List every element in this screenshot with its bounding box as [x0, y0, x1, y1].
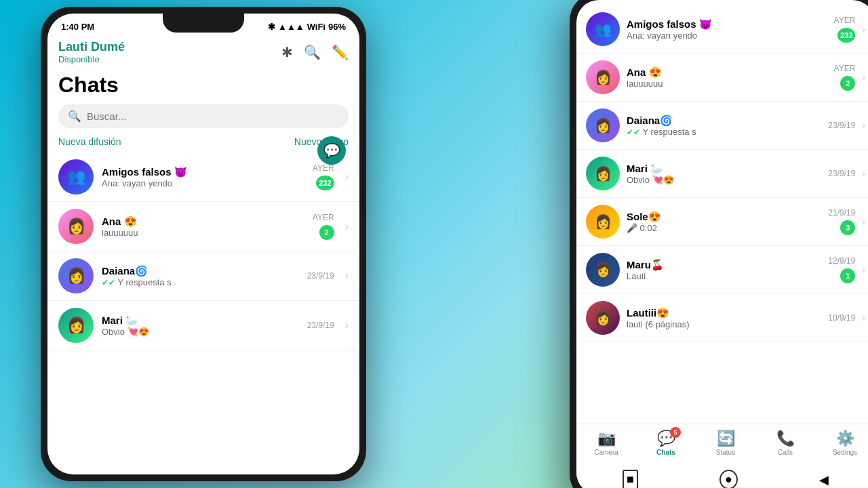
chat-info: Sole😍 🎤 0:02	[627, 211, 821, 233]
chevron-right-icon: ›	[862, 264, 865, 275]
chat-badge: 232	[837, 28, 855, 43]
chat-preview: lauti (6 páginas)	[627, 319, 821, 329]
chat-info: Amigos falsos 😈 Ana: vayan yendo	[102, 166, 304, 188]
list-item[interactable]: 👩 Daiana🌀 ✔✔ Y respuesta s 23/9/19 ›	[47, 251, 359, 301]
avatar: 👩	[586, 301, 620, 335]
chat-info: Daiana🌀 ✔✔ Y respuesta s	[627, 115, 821, 137]
chat-time: 23/9/19	[828, 121, 855, 130]
search-input[interactable]	[87, 110, 339, 122]
square-button[interactable]: ■	[623, 470, 638, 488]
chat-preview: ✔✔ Y respuesta s	[627, 127, 821, 137]
nav-label-settings: Settings	[833, 449, 857, 456]
chevron-right-icon: ›	[862, 24, 865, 35]
list-item[interactable]: 👩 Lautiii😍 lauti (6 páginas) 10/9/19 ›	[576, 294, 868, 342]
chevron-right-icon: ›	[862, 216, 865, 227]
action-row: Nueva difusión Nuevo grupo	[47, 131, 359, 152]
chat-meta: 12/9/19 1	[828, 256, 855, 283]
search-bar[interactable]: 🔍	[58, 104, 349, 128]
avatar: 👩	[586, 108, 620, 142]
circle-button[interactable]: ●	[719, 470, 738, 488]
nav-item-settings[interactable]: ⚙️ Settings	[815, 430, 868, 456]
chat-preview: Obvio 💘😍	[627, 175, 821, 185]
phone-notch	[163, 14, 244, 33]
chat-info: Amigos falsos 😈 Ana: vayan yendo	[627, 18, 827, 41]
chat-time: AYER	[834, 16, 856, 25]
chat-preview: Lauti	[627, 271, 821, 281]
chevron-right-icon: ›	[862, 312, 865, 323]
bluetooth-icon[interactable]: ✱	[281, 44, 293, 60]
chat-name: Amigos falsos 😈	[102, 166, 304, 178]
bottom-nav: 📷 Camera 💬 5 Chats 🔄 Status 📞 Calls ⚙️ S…	[576, 424, 868, 464]
search-bar-icon: 🔍	[68, 110, 81, 123]
android-nav: ■ ● ◀	[576, 464, 868, 488]
chevron-right-icon: ›	[862, 168, 865, 179]
chat-name: Ana 😍	[102, 216, 304, 228]
chat-info: Ana 😍 lauuuuuu	[102, 216, 304, 238]
chat-name: Amigos falsos 😈	[627, 18, 827, 30]
chat-badge: 2	[840, 76, 855, 91]
nav-item-camera[interactable]: 📷 Camera	[576, 430, 636, 456]
avatar: 👩	[586, 253, 620, 287]
chat-time: 21/9/19	[828, 208, 855, 218]
broadcast-link[interactable]: Nueva difusión	[58, 136, 121, 147]
user-status: Disponible	[58, 54, 125, 64]
chat-info: Daiana🌀 ✔✔ Y respuesta s	[102, 265, 299, 287]
nav-label-status: Status	[716, 449, 735, 456]
settings-icon: ⚙️	[836, 430, 854, 447]
nav-item-status[interactable]: 🔄 Status	[696, 430, 755, 456]
list-item[interactable]: 👥 Amigos falsos 😈 Ana: vayan yendo AYER …	[576, 5, 868, 54]
chat-time: AYER	[313, 213, 334, 222]
chat-badge: 3	[840, 220, 855, 235]
chat-meta: 23/9/19	[307, 321, 334, 330]
chat-preview: lauuuuuu	[627, 79, 827, 89]
chat-info: Lautiii😍 lauti (6 páginas)	[627, 307, 821, 329]
search-icon[interactable]: 🔍	[304, 44, 321, 60]
chat-meta: AYER 232	[834, 16, 856, 43]
chat-name: Maru🍒	[627, 259, 821, 271]
list-item[interactable]: 👥 Amigos falsos 😈 Ana: vayan yendo AYER …	[47, 152, 359, 202]
username: Lauti Dumé	[58, 40, 125, 54]
list-item[interactable]: 👩 Sole😍 🎤 0:02 21/9/19 3 ›	[576, 198, 868, 246]
phone-right: 👥 Amigos falsos 😈 Ana: vayan yendo AYER …	[570, 0, 868, 488]
chat-time: AYER	[834, 64, 856, 73]
chats-title: Chats	[47, 68, 359, 102]
chat-meta: 23/9/19	[828, 169, 855, 178]
avatar: 👥	[58, 159, 94, 195]
chevron-right-icon: ›	[345, 270, 349, 282]
compose-icon[interactable]: ✏️	[332, 44, 349, 60]
avatar: 👩	[586, 60, 620, 94]
chevron-right-icon: ›	[862, 72, 865, 83]
avatar: 👩	[586, 205, 620, 239]
chat-badge: 232	[316, 176, 334, 190]
chat-preview: ✔✔ Y respuesta s	[102, 277, 299, 287]
chat-name: Mari 🦢	[627, 163, 821, 175]
chat-info: Mari 🦢 Obvio 💘😍	[102, 314, 299, 337]
chat-preview: Ana: vayan yendo	[102, 178, 304, 188]
chat-preview: lauuuuuu	[102, 228, 304, 238]
chat-meta: AYER 2	[313, 213, 334, 240]
wifi-icon: WiFi	[307, 22, 326, 32]
back-button[interactable]: ◀	[819, 472, 829, 487]
chevron-right-icon: ›	[862, 120, 865, 131]
chat-list-left: 👥 Amigos falsos 😈 Ana: vayan yendo AYER …	[47, 152, 359, 458]
chat-info: Ana 😍 lauuuuuu	[627, 66, 827, 89]
chat-name: Mari 🦢	[102, 314, 299, 327]
whatsapp-header: Lauti Dumé Disponible ✱ 🔍 ✏️	[47, 35, 359, 68]
nav-item-chats[interactable]: 💬 5 Chats	[636, 430, 696, 456]
bluetooth-status-icon: ✱	[268, 22, 275, 32]
list-item[interactable]: 👩 Maru🍒 Lauti 12/9/19 1 ›	[576, 246, 868, 294]
list-item[interactable]: 👩 Mari 🦢 Obvio 💘😍 23/9/19 ›	[576, 150, 868, 198]
avatar: 👥	[586, 12, 620, 46]
avatar: 👩	[58, 209, 94, 244]
time-display: 1:40 PM	[61, 22, 94, 32]
chat-time: AYER	[313, 163, 334, 173]
nav-item-calls[interactable]: 📞 Calls	[755, 430, 815, 456]
list-item[interactable]: 👩 Ana 😍 lauuuuuu AYER 2 ›	[47, 202, 359, 251]
list-item[interactable]: 👩 Daiana🌀 ✔✔ Y respuesta s 23/9/19 ›	[576, 102, 868, 150]
list-item[interactable]: 👩 Mari 🦢 Obvio 💘😍 23/9/19 ›	[47, 301, 359, 350]
chat-meta: 21/9/19 3	[828, 208, 855, 235]
chat-info: Maru🍒 Lauti	[627, 259, 821, 281]
chat-preview: 🎤 0:02	[627, 223, 821, 233]
camera-icon: 📷	[597, 430, 616, 447]
list-item[interactable]: 👩 Ana 😍 lauuuuuu AYER 2 ›	[576, 54, 868, 102]
